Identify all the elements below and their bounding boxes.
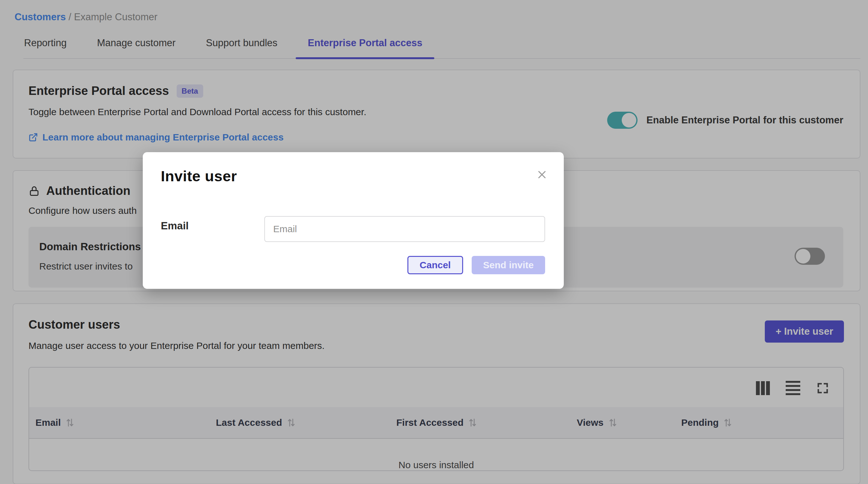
close-icon[interactable] [536,169,547,180]
modal-actions: Cancel Send invite [407,256,545,274]
invite-user-modal: Invite user Email Cancel Send invite [143,152,564,289]
email-input[interactable] [264,216,545,242]
send-invite-button[interactable]: Send invite [472,256,545,274]
modal-title: Invite user [161,167,237,185]
email-label: Email [161,220,189,232]
cancel-button[interactable]: Cancel [407,256,463,274]
